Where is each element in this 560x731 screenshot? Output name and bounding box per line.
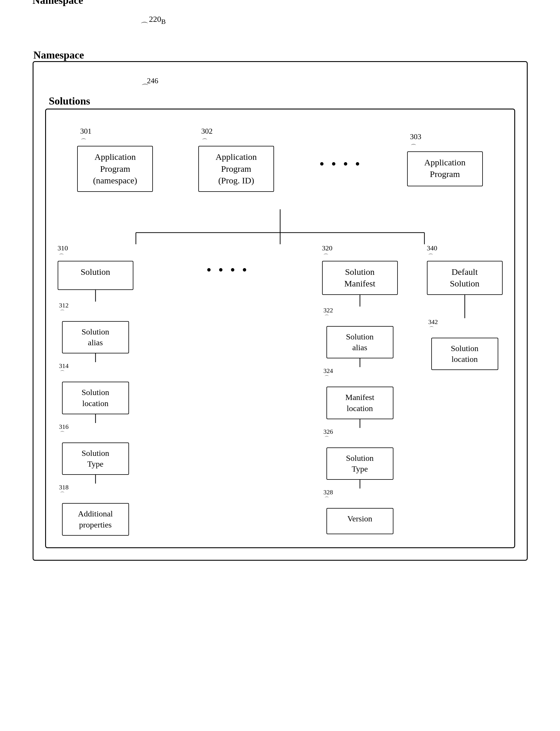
ref-322: 322 [324, 307, 333, 314]
top-row: 301 ⌒ ApplicationProgram(namespace) 302 … [55, 127, 506, 192]
col-320: 320 ⌒ SolutionManifest 322 ⌒ Solutionali… [319, 244, 401, 534]
line-324-326 [322, 419, 398, 428]
app-303-box: ApplicationProgram [407, 151, 483, 186]
box-318: Additionalproperties [62, 503, 129, 536]
line-322-324 [322, 359, 398, 367]
ref-310: 310 [58, 244, 68, 252]
app-302-box: ApplicationProgram(Prog. ID) [198, 146, 274, 192]
box-326: SolutionType [326, 447, 393, 480]
page: Namespace 220B ⌒ Namespace 246 ⌒ Solutio… [33, 12, 528, 561]
ref-340: 340 [427, 244, 437, 252]
box-324: Manifestlocation [326, 386, 393, 419]
namespace-ref: 220B [149, 15, 166, 26]
app-302-container: 302 ⌒ ApplicationProgram(Prog. ID) [198, 127, 274, 192]
box-340: DefaultSolution [427, 261, 503, 295]
namespace-title: Namespace [33, 49, 84, 61]
box-316: SolutionType [62, 442, 129, 475]
app-302-ref: 302 [201, 127, 213, 136]
ref-342: 342 [428, 318, 438, 326]
middle-dots: • • • • [136, 244, 319, 278]
line-320-down [322, 295, 398, 307]
box-320: SolutionManifest [322, 261, 398, 295]
app-301-box: ApplicationProgram(namespace) [77, 146, 153, 192]
line-326-328 [322, 480, 398, 488]
box-314: Solutionlocation [62, 381, 129, 414]
box-328: Version [326, 508, 393, 534]
box-310: Solution [58, 261, 133, 290]
ref-316: 316 [59, 423, 69, 430]
line-316-318 [58, 475, 133, 483]
box-312: Solutionalias [62, 321, 129, 354]
line-340-down [427, 295, 503, 318]
top-dots: • • • • [319, 147, 362, 172]
app-303-container: 303 ⌒ ApplicationProgram [407, 133, 483, 186]
col-310: 310 ⌒ Solution 312 ⌒ Solutionalias 314 [55, 244, 136, 536]
app-301-ref: 301 [80, 127, 91, 136]
solutions-title: Solutions [49, 95, 90, 107]
app-303-ref: 303 [410, 133, 421, 141]
ref-326: 326 [324, 428, 333, 435]
ref-318: 318 [59, 483, 69, 491]
box-322: Solutionalias [326, 326, 393, 359]
namespace-container: Namespace 246 ⌒ Solutions 301 ⌒ Applicat… [33, 61, 528, 561]
app-301-container: 301 ⌒ ApplicationProgram(namespace) [77, 127, 153, 192]
ref-314: 314 [59, 362, 69, 370]
ref-328: 328 [324, 488, 333, 496]
line-310-down [58, 290, 133, 302]
ref-320: 320 [322, 244, 333, 252]
col-340: 340 ⌒ DefaultSolution 342 ⌒ Solutionloca… [424, 244, 506, 370]
namespace-label: Namespace [33, 0, 83, 6]
middle-section: 310 ⌒ Solution 312 ⌒ Solutionalias 314 [55, 244, 506, 536]
ref-312: 312 [59, 302, 69, 309]
solutions-container: Solutions 301 ⌒ ApplicationProgram(names… [45, 109, 515, 548]
ref-324: 324 [324, 367, 333, 375]
box-342: Solutionlocation [431, 338, 498, 370]
line-312-314 [58, 354, 133, 362]
line-314-316 [58, 414, 133, 423]
connector-svg-top [55, 209, 506, 244]
